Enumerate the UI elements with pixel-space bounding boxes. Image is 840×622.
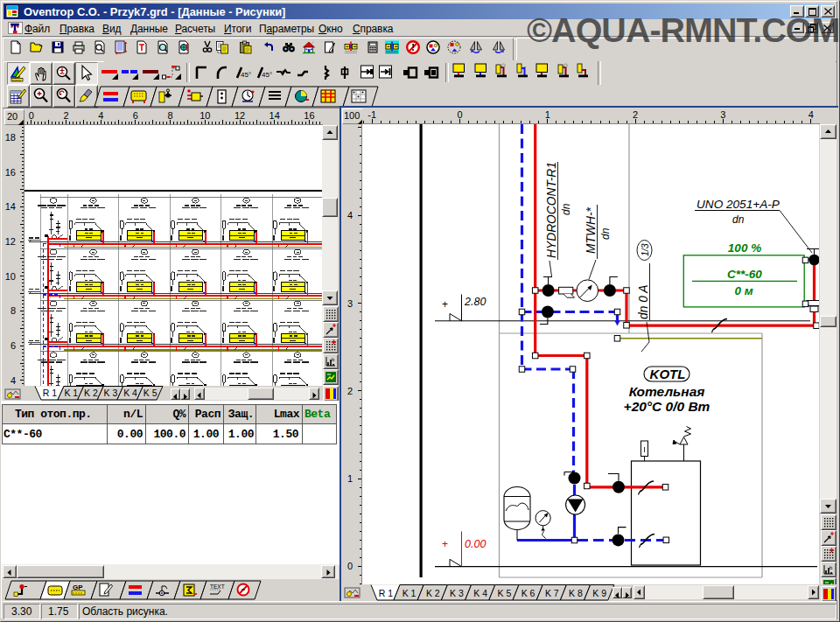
svg-text:+: + — [442, 298, 448, 311]
svg-text:b: b — [830, 565, 833, 570]
svg-text:0: 0 — [347, 561, 353, 571]
svg-text:KOTL: KOTL — [650, 367, 686, 381]
svg-text:K 2: K 2 — [84, 388, 98, 398]
svg-text:45°: 45° — [262, 71, 272, 79]
svg-text:2: 2 — [633, 109, 638, 120]
svg-text:6: 6 — [10, 340, 16, 351]
svg-text:100 %: 100 % — [728, 241, 761, 255]
svg-text:K 4: K 4 — [123, 388, 137, 398]
svg-text:dn 0 A: dn 0 A — [637, 285, 650, 319]
svg-text:b: b — [332, 357, 335, 362]
svg-text:R 1: R 1 — [43, 388, 58, 398]
svg-text:dn: dn — [732, 213, 745, 226]
svg-text:dn: dn — [560, 203, 572, 215]
svg-text:0.00: 0.00 — [465, 538, 486, 550]
svg-text:3: 3 — [347, 298, 353, 309]
svg-text:16: 16 — [5, 167, 16, 178]
svg-text:HYDROCONT-R1: HYDROCONT-R1 — [545, 162, 558, 258]
svg-text:8: 8 — [168, 110, 173, 121]
svg-text:-1: -1 — [368, 109, 376, 120]
svg-text:1/3: 1/3 — [640, 243, 650, 256]
svg-text:4: 4 — [98, 110, 103, 121]
svg-text:K 3: K 3 — [450, 588, 464, 598]
svg-text:MTWH-*: MTWH-* — [584, 206, 598, 254]
svg-text:8: 8 — [10, 305, 16, 316]
svg-text:2.80: 2.80 — [464, 296, 486, 308]
svg-text:K 3: K 3 — [104, 388, 118, 398]
svg-text:1: 1 — [545, 109, 550, 120]
svg-text:2: 2 — [347, 386, 353, 396]
svg-text:0: 0 — [457, 109, 462, 120]
svg-text:0 м: 0 м — [734, 284, 752, 297]
svg-text:C**-60: C**-60 — [727, 268, 762, 281]
svg-text:12: 12 — [5, 236, 16, 247]
svg-text:0: 0 — [29, 110, 34, 121]
svg-text:K 5: K 5 — [498, 588, 512, 598]
svg-text:45°: 45° — [241, 71, 251, 79]
svg-text:K 8: K 8 — [569, 588, 583, 598]
svg-text:K 9: K 9 — [592, 588, 606, 598]
svg-text:6: 6 — [133, 110, 138, 121]
svg-text:Котельная: Котельная — [629, 384, 705, 399]
svg-text:10: 10 — [200, 110, 210, 121]
svg-text:10: 10 — [5, 271, 16, 282]
svg-text:12: 12 — [234, 110, 245, 121]
svg-text:1: 1 — [347, 473, 353, 484]
svg-text:+: + — [442, 538, 448, 550]
svg-text:K 6: K 6 — [522, 588, 536, 598]
svg-text:16: 16 — [304, 110, 314, 121]
svg-text:+20°C 0/0 Вт: +20°C 0/0 Вт — [624, 399, 710, 414]
svg-text:4: 4 — [808, 109, 814, 120]
svg-text:K 7: K 7 — [545, 588, 559, 598]
svg-text:18: 18 — [5, 132, 16, 143]
svg-text:4: 4 — [347, 210, 353, 220]
svg-text:UNO 2051+A-P: UNO 2051+A-P — [696, 198, 780, 211]
svg-text:TEXT: TEXT — [210, 584, 225, 590]
svg-text:14: 14 — [270, 110, 280, 121]
svg-text:K 1: K 1 — [64, 388, 78, 398]
svg-text:14: 14 — [5, 201, 16, 212]
svg-text:4: 4 — [10, 375, 16, 386]
svg-text:R 1: R 1 — [379, 588, 394, 598]
svg-text:K 1: K 1 — [402, 588, 416, 598]
svg-text:3: 3 — [720, 109, 725, 120]
svg-text:K 5: K 5 — [144, 388, 158, 398]
svg-text:dn: dn — [599, 227, 612, 240]
svg-text:K 2: K 2 — [426, 588, 440, 598]
svg-text:K 4: K 4 — [473, 588, 487, 598]
svg-text:2: 2 — [63, 110, 68, 121]
